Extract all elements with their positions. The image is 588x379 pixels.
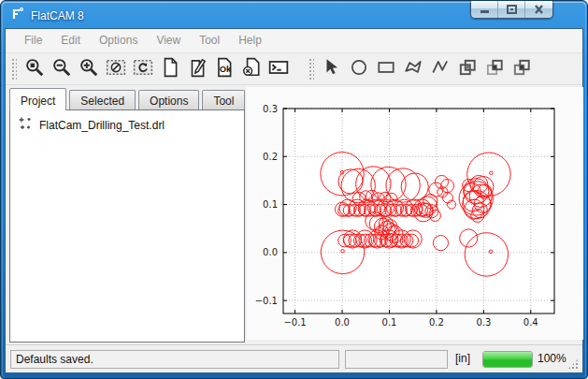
menu-file[interactable]: File	[15, 29, 51, 52]
resize-grip[interactable]	[567, 358, 579, 370]
replot-icon	[133, 57, 153, 81]
menu-help[interactable]: Help	[229, 29, 271, 52]
menu-view[interactable]: View	[147, 29, 190, 52]
plot-panel[interactable]: −0.10.00.10.20.30.4−0.10.00.10.20.3	[247, 87, 583, 340]
zoom-fit-icon	[24, 57, 45, 81]
shell-icon	[268, 57, 289, 81]
svg-text:0.0: 0.0	[263, 247, 278, 257]
zoom-out-icon	[51, 57, 72, 81]
zoom-fit-button[interactable]	[21, 56, 48, 82]
subtract-icon	[511, 57, 532, 81]
path-icon	[430, 57, 451, 81]
intersection-icon	[484, 57, 505, 81]
draw-circle-tool-button[interactable]	[345, 56, 372, 82]
svg-text:0.2: 0.2	[263, 152, 278, 162]
toolbar: Ok	[6, 53, 582, 85]
tab-options[interactable]: Options	[138, 90, 199, 109]
menu-edit[interactable]: Edit	[51, 29, 90, 52]
zoom-out-button[interactable]	[48, 56, 75, 82]
svg-text:0.0: 0.0	[335, 317, 350, 328]
union-tool-button[interactable]	[453, 56, 480, 82]
svg-text:0.3: 0.3	[476, 317, 491, 328]
menu-tool[interactable]: Tool	[190, 29, 229, 52]
tree-item-drill-object[interactable]: FlatCam_Drilling_Test.drl	[10, 110, 244, 135]
toolbar-drag-handle[interactable]	[11, 58, 17, 80]
tab-project[interactable]: Project	[9, 88, 66, 110]
drill-plot-canvas[interactable]: −0.10.00.10.20.30.4−0.10.00.10.20.3	[247, 87, 583, 340]
svg-text:−0.1: −0.1	[283, 317, 306, 328]
select-tool-button[interactable]	[318, 56, 345, 82]
circle-icon	[349, 57, 369, 81]
tree-item-label: FlatCam_Drilling_Test.drl	[39, 119, 165, 132]
clear-plot-icon	[106, 57, 126, 81]
flatcam-logo-icon	[10, 7, 25, 25]
progress-bar-fill	[483, 352, 532, 367]
flatcam-window: FlatCAM 8 File Edit Optio	[0, 0, 588, 379]
progress-percent-label: 100%	[538, 352, 566, 365]
status-message: Defaults saved.	[10, 350, 339, 369]
tab-tool[interactable]: Tool	[202, 90, 245, 109]
draw-rectangle-tool-button[interactable]	[372, 56, 399, 82]
close-file-button[interactable]	[237, 56, 265, 82]
svg-text:0.3: 0.3	[263, 104, 278, 114]
titlebar[interactable]: FlatCAM 8	[1, 1, 587, 28]
close-icon	[534, 1, 544, 18]
side-tabs: Project Selected Options Tool	[9, 87, 248, 109]
draw-polygon-tool-button[interactable]	[399, 56, 426, 82]
menu-bar: File Edit Options View Tool Help	[6, 29, 582, 53]
subtract-tool-button[interactable]	[508, 56, 535, 82]
zoom-in-button[interactable]	[75, 56, 102, 82]
union-icon	[457, 57, 478, 81]
run-ok-icon: Ok	[214, 57, 235, 81]
status-bar: Defaults saved. [in] 100%	[6, 344, 582, 372]
window-controls	[470, 1, 553, 19]
drill-marks-icon	[18, 116, 33, 135]
clear-plot-button[interactable]	[102, 56, 129, 82]
svg-text:−0.1: −0.1	[255, 296, 278, 306]
maximize-icon	[507, 1, 517, 18]
draw-path-tool-button[interactable]	[426, 56, 453, 82]
minimize-icon	[480, 1, 490, 18]
maximize-button[interactable]	[498, 1, 525, 18]
units-label: [in]	[455, 352, 470, 365]
client-area: File Edit Options View Tool Help	[5, 28, 583, 373]
project-tree[interactable]: FlatCam_Drilling_Test.drl	[9, 109, 245, 343]
svg-text:0.4: 0.4	[523, 317, 538, 328]
zoom-in-icon	[79, 57, 99, 81]
rectangle-icon	[376, 57, 396, 81]
close-file-icon	[241, 57, 262, 81]
window-title: FlatCAM 8	[31, 9, 84, 22]
tab-selected[interactable]: Selected	[69, 90, 136, 109]
editor-toolbar-drag-handle[interactable]	[308, 58, 314, 80]
run-ok-button[interactable]: Ok	[210, 56, 237, 82]
minimize-button[interactable]	[471, 1, 498, 18]
menu-options[interactable]: Options	[90, 29, 147, 52]
close-button[interactable]	[525, 1, 552, 18]
svg-text:0.2: 0.2	[429, 317, 444, 328]
svg-text:0.1: 0.1	[382, 317, 397, 328]
svg-text:Ok: Ok	[219, 64, 231, 73]
shell-button[interactable]	[265, 56, 292, 82]
replot-button[interactable]	[129, 56, 156, 82]
svg-text:0.1: 0.1	[263, 199, 278, 210]
progress-bar	[482, 351, 533, 368]
select-arrow-icon	[322, 57, 342, 81]
new-file-button[interactable]	[156, 56, 183, 82]
new-file-icon	[160, 57, 180, 81]
polygon-icon	[403, 57, 423, 81]
intersection-tool-button[interactable]	[480, 56, 508, 82]
status-secondary-field	[345, 350, 448, 369]
edit-script-icon	[187, 57, 208, 81]
edit-script-button[interactable]	[183, 56, 210, 82]
